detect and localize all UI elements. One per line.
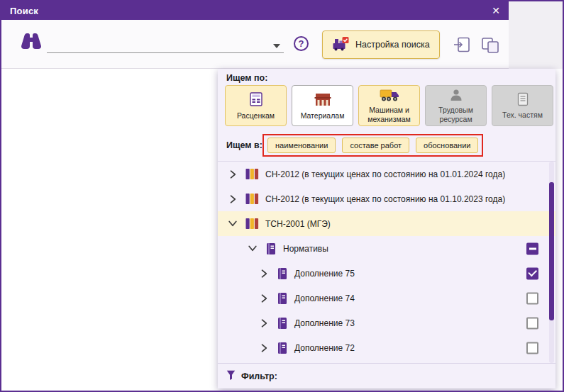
person-icon	[449, 88, 463, 103]
book-icon	[277, 267, 288, 280]
search-input[interactable]	[47, 40, 273, 52]
chevron-right-icon[interactable]	[259, 269, 269, 278]
chevron-right-icon[interactable]	[228, 195, 238, 203]
titlebar: Поиск ✕	[1, 1, 509, 20]
truck-icon	[380, 88, 399, 103]
tree-row[interactable]: СН-2012 (в текущих ценах по состоянию на…	[218, 162, 555, 186]
database-icon	[245, 168, 259, 180]
tree-item-label: Нормативы	[283, 244, 328, 254]
filter-label: Фильтр:	[241, 371, 277, 381]
tree-item-label: Дополнение 72	[294, 343, 355, 353]
book-icon	[277, 317, 288, 330]
machine-check-icon	[332, 36, 349, 54]
search-in-works-button[interactable]: составе работ	[342, 138, 409, 153]
checkbox-indeterminate[interactable]	[526, 242, 538, 254]
dropdown-arrow-icon[interactable]	[273, 44, 284, 52]
category-rates-button[interactable]: Расценкам	[225, 85, 287, 126]
book-icon	[277, 342, 288, 354]
tree-item-label: СН-2012 (в текущих ценах по состоянию на…	[265, 169, 505, 179]
search-toolbar: ? Настройка поиска	[1, 20, 509, 69]
tree-item-label: ТСН-2001 (МГЭ)	[265, 219, 331, 229]
search-combo	[47, 33, 284, 53]
search-dialog: Поиск ✕ ?	[0, 0, 564, 392]
category-label: Тех. частям	[502, 111, 543, 119]
chevron-right-icon[interactable]	[228, 170, 238, 179]
search-in-document-button[interactable]	[448, 35, 475, 57]
chevron-right-icon[interactable]	[259, 344, 269, 352]
search-by-label: Ищем по:	[226, 73, 267, 83]
search-in-label: Ищем в:	[226, 140, 262, 150]
filter-bar[interactable]: Фильтр:	[218, 363, 555, 388]
annotation-red-box: наименовании составе работ обосновании	[262, 134, 483, 157]
search-settings-label: Настройка поиска	[355, 40, 430, 50]
category-label: Машинам и механизмам	[360, 106, 418, 123]
category-buttons: Расценкам Материалам	[225, 85, 553, 126]
checkbox-unchecked[interactable]	[526, 317, 538, 329]
database-icon	[245, 193, 259, 205]
rates-table-icon	[248, 91, 264, 108]
database-icon	[245, 218, 259, 230]
category-label: Трудовым ресурсам	[427, 106, 485, 123]
search-in-name-button[interactable]: наименовании	[267, 138, 336, 153]
tree-row[interactable]: Дополнение 73	[218, 310, 555, 335]
tree-row[interactable]: Нормативы	[218, 236, 555, 261]
search-settings-button[interactable]: Настройка поиска	[322, 30, 440, 59]
document-icon	[516, 92, 529, 108]
tree-row-selected[interactable]: ТСН-2001 (МГЭ)	[218, 211, 555, 236]
checkbox-unchecked[interactable]	[526, 342, 538, 354]
category-label: Материалам	[301, 111, 345, 120]
tree-row[interactable]: Дополнение 74	[218, 286, 555, 310]
tree-item-label: Дополнение 74	[294, 293, 355, 303]
chevron-right-icon[interactable]	[259, 319, 269, 327]
close-icon[interactable]: ✕	[492, 6, 500, 16]
search-options-panel: Ищем по: Расценкам	[218, 69, 555, 388]
window-title: Поиск	[10, 6, 38, 16]
tree-item-label: Дополнение 75	[294, 269, 355, 279]
category-materials-button[interactable]: Материалам	[292, 85, 353, 126]
tree-row[interactable]: Дополнение 75	[218, 261, 555, 286]
category-machines-button[interactable]: Машинам и механизмам	[358, 85, 420, 126]
overlapping-windows-icon	[480, 36, 500, 57]
filter-funnel-icon	[226, 370, 236, 383]
scrollbar-thumb[interactable]	[549, 182, 554, 320]
chevron-down-icon[interactable]	[228, 220, 238, 227]
document-return-arrow-icon	[452, 36, 472, 57]
building-icon	[314, 91, 332, 108]
category-tech-parts-button[interactable]: Тех. частям	[492, 85, 553, 126]
tree-item-label: Дополнение 73	[294, 318, 355, 328]
book-icon	[277, 292, 288, 305]
chevron-down-icon[interactable]	[248, 245, 258, 252]
background-area	[509, 1, 563, 69]
tree-item-label: СН-2012 (в текущих ценах по состоянию на…	[265, 194, 505, 204]
help-button[interactable]: ?	[294, 36, 309, 51]
binoculars-icon	[18, 31, 44, 54]
checkbox-checked[interactable]	[526, 267, 538, 279]
category-label: Расценкам	[237, 111, 275, 120]
search-new-window-button[interactable]	[477, 35, 504, 57]
tree-row[interactable]: СН-2012 (в текущих ценах по состоянию на…	[218, 186, 555, 211]
checkbox-unchecked[interactable]	[526, 292, 538, 304]
chevron-right-icon[interactable]	[259, 294, 269, 303]
tree-row[interactable]: Дополнение 72	[218, 335, 555, 360]
database-tree: СН-2012 (в текущих ценах по состоянию на…	[218, 162, 555, 360]
category-labor-button[interactable]: Трудовым ресурсам	[425, 85, 487, 126]
book-icon	[265, 242, 277, 255]
search-in-justification-button[interactable]: обосновании	[416, 138, 478, 153]
